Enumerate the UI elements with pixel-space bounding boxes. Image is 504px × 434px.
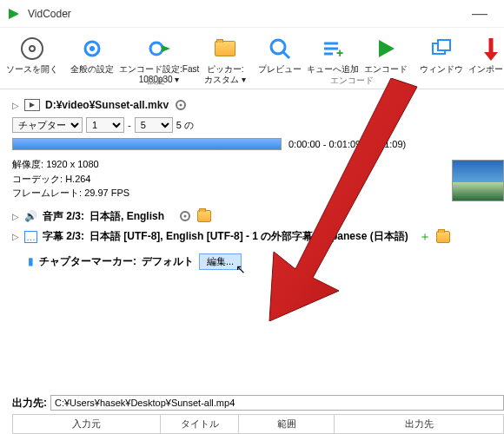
btn-label: 全般の設定 — [70, 64, 114, 75]
chapter-from-select[interactable]: 1 — [86, 117, 124, 133]
svg-point-5 — [150, 43, 162, 55]
svg-marker-17 — [484, 52, 498, 61]
audio-folder-icon[interactable] — [197, 210, 211, 222]
app-title: VidCoder — [28, 8, 71, 20]
output-table-header: 入力元 タイトル 範囲 出力先 — [12, 414, 504, 434]
video-file-icon — [24, 99, 40, 111]
chapter-count-label: 5 の — [176, 119, 194, 132]
btn-label: インポート/ — [468, 64, 504, 75]
titlebar: VidCoder — — [0, 0, 504, 28]
gear-play-icon — [145, 35, 173, 62]
group-label-settings: 設定 — [148, 75, 165, 87]
btn-label: ソースを開く — [6, 64, 58, 75]
progress-bar[interactable] — [12, 138, 282, 150]
svg-point-4 — [90, 46, 95, 51]
chapter-mode-select[interactable]: チャプター — [12, 117, 83, 133]
svg-marker-6 — [162, 45, 170, 52]
edit-marker-button[interactable]: 編集... ↖ — [199, 253, 242, 270]
window-button[interactable]: ウィンドウ — [417, 33, 466, 76]
col-title[interactable]: タイトル — [161, 415, 239, 433]
svg-marker-18 — [30, 102, 35, 108]
folder-icon — [211, 35, 239, 62]
list-plus-icon: + — [319, 35, 347, 62]
video-info: 解像度: 1920 x 1080 コーデック: H.264 フレームレート: 2… — [12, 157, 492, 201]
svg-point-7 — [271, 40, 285, 54]
marker-label: チャプターマーカー: — [39, 255, 136, 267]
subtitle-value: 日本語 [UTF-8], English [UTF-8] - 1 の外部字幕: … — [90, 230, 408, 242]
svg-point-20 — [180, 104, 182, 107]
play-icon — [372, 35, 400, 62]
svg-rect-15 — [438, 40, 450, 50]
expander-icon[interactable]: ▷ — [12, 101, 19, 110]
content-area: ▷ D:¥video¥Sunset-all.mkv チャプター 1 - 5 5 … — [0, 89, 504, 282]
preview-button[interactable]: プレビュー — [255, 33, 304, 76]
gear-icon — [78, 35, 106, 62]
subtitle-folder-icon[interactable] — [436, 231, 450, 243]
global-settings-button[interactable]: 全般の設定 — [68, 33, 116, 76]
expander-icon[interactable]: ▷ — [12, 232, 19, 241]
add-subtitle-icon[interactable]: ＋ — [419, 229, 431, 245]
import-button[interactable]: インポート/ — [466, 33, 504, 76]
open-source-button[interactable]: ソースを開く — [3, 33, 61, 76]
svg-marker-13 — [379, 40, 395, 57]
settings-gear-icon[interactable] — [174, 98, 188, 112]
encode-button[interactable]: エンコード — [361, 33, 410, 76]
windows-icon — [428, 35, 455, 62]
btn-label: プレビュー — [258, 64, 302, 75]
subtitle-label: 字幕 2/3: — [43, 230, 84, 242]
svg-point-2 — [30, 46, 35, 51]
btn-label: ウィンドウ — [420, 64, 463, 75]
btn-label: ピッカー: カスタム ▾ — [204, 64, 246, 85]
disc-icon — [18, 35, 46, 62]
output-path-input[interactable] — [50, 395, 504, 411]
audio-gear-icon[interactable] — [178, 209, 192, 223]
marker-value: デフォルト — [142, 255, 194, 267]
svg-point-1 — [22, 38, 43, 59]
group-label-encode: エンコード — [330, 75, 374, 87]
magnify-icon — [266, 35, 294, 62]
ribbon-toolbar: ソースを開く 全般の設定 エンコード設定:Fast 1080p30 ▾ ピッカー… — [0, 28, 504, 89]
btn-label: キューへ追加 — [307, 64, 359, 75]
col-output[interactable]: 出力先 — [335, 415, 503, 433]
picker-button[interactable]: ピッカー: カスタム ▾ — [202, 33, 249, 87]
svg-point-22 — [184, 215, 187, 218]
bookmark-icon: ▮ — [28, 255, 34, 267]
preview-thumbnail[interactable] — [452, 160, 504, 201]
minimize-button[interactable]: — — [462, 4, 497, 23]
subtitle-icon: … — [24, 231, 37, 243]
app-logo-icon — [7, 7, 21, 21]
output-label: 出力先: — [12, 396, 47, 411]
source-path: D:¥video¥Sunset-all.mkv — [45, 99, 169, 111]
audio-value: 日本語, English — [90, 210, 164, 222]
btn-label: エンコード — [364, 64, 408, 75]
svg-text:+: + — [336, 46, 343, 60]
down-arrow-icon — [477, 35, 504, 62]
progress-total: (0:01:09) — [368, 139, 406, 149]
progress-range: 0:00:00 - 0:01:09 — [288, 139, 361, 149]
chapter-to-select[interactable]: 5 — [135, 117, 173, 133]
speaker-icon: 🔊 — [24, 210, 37, 222]
svg-marker-0 — [9, 9, 19, 19]
svg-line-8 — [283, 52, 289, 58]
expander-icon[interactable]: ▷ — [12, 212, 19, 221]
add-queue-button[interactable]: + キューへ追加 — [304, 33, 361, 76]
col-range[interactable]: 範囲 — [239, 415, 335, 433]
cursor-icon: ↖ — [235, 262, 246, 276]
audio-label: 音声 2/3: — [43, 210, 84, 222]
col-input[interactable]: 入力元 — [13, 415, 161, 433]
